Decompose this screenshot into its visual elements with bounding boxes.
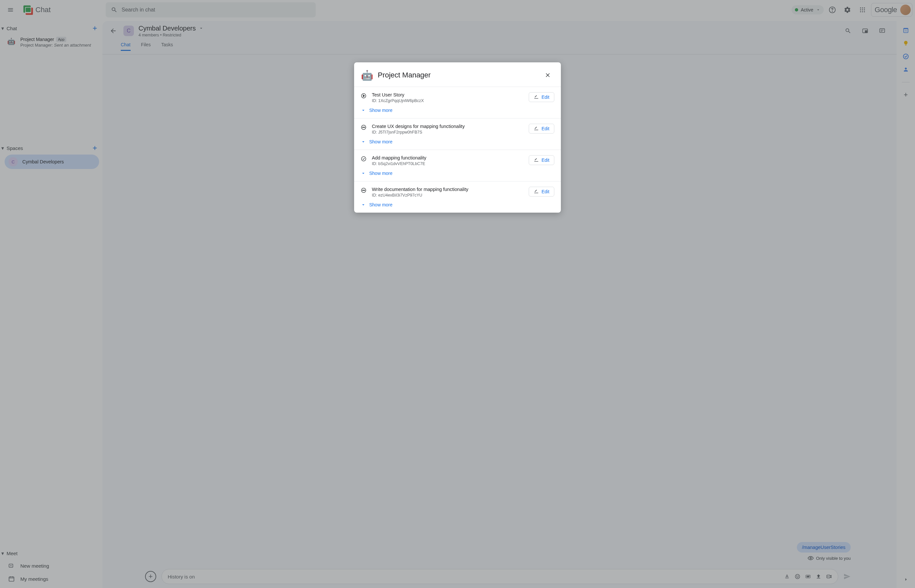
story-status-icon: [361, 187, 367, 193]
close-button[interactable]: [543, 70, 553, 81]
story-row: Add mapping functionality ID: bSq2vi1dvV…: [354, 150, 561, 181]
edit-button[interactable]: Edit: [529, 155, 554, 165]
story-id: ID: ezU4exBiI3i7VzP97cYU: [372, 193, 524, 197]
project-manager-modal: 🤖 Project Manager Test User Story ID: 1X…: [354, 62, 561, 213]
story-id: ID: J5TI7jsnF2rppw0hFB7S: [372, 130, 524, 134]
modal-title: Project Manager: [378, 71, 431, 79]
svg-point-34: [363, 127, 364, 128]
svg-point-33: [362, 127, 363, 128]
close-icon: [545, 72, 551, 78]
story-title: Write documentation for mapping function…: [372, 187, 524, 192]
edit-button[interactable]: Edit: [529, 92, 554, 102]
svg-point-39: [363, 190, 364, 191]
story-row: Test User Story ID: 1XcZgrPqqUjnlW6pBczX…: [354, 87, 561, 118]
show-more-button[interactable]: Show more: [361, 108, 554, 113]
modal-overlay[interactable]: 🤖 Project Manager Test User Story ID: 1X…: [0, 0, 915, 588]
show-more-button[interactable]: Show more: [361, 202, 554, 207]
story-title: Add mapping functionality: [372, 155, 524, 160]
edit-button[interactable]: Edit: [529, 124, 554, 134]
svg-point-38: [362, 190, 363, 191]
story-status-icon: [361, 156, 367, 162]
robot-icon: 🤖: [361, 69, 373, 81]
svg-point-36: [361, 157, 366, 161]
story-row: Create UX designs for mapping functional…: [354, 118, 561, 150]
story-id: ID: bSq2vi1dvVEhPT0LbC7E: [372, 162, 524, 166]
svg-point-35: [364, 127, 365, 128]
story-row: Write documentation for mapping function…: [354, 181, 561, 213]
story-id: ID: 1XcZgrPqqUjnlW6pBczX: [372, 99, 524, 103]
edit-button[interactable]: Edit: [529, 187, 554, 197]
show-more-button[interactable]: Show more: [361, 139, 554, 144]
show-more-button[interactable]: Show more: [361, 171, 554, 176]
story-status-icon: [361, 124, 367, 130]
story-status-icon: [361, 93, 367, 99]
svg-point-40: [364, 190, 365, 191]
story-title: Test User Story: [372, 92, 524, 97]
story-title: Create UX designs for mapping functional…: [372, 124, 524, 129]
